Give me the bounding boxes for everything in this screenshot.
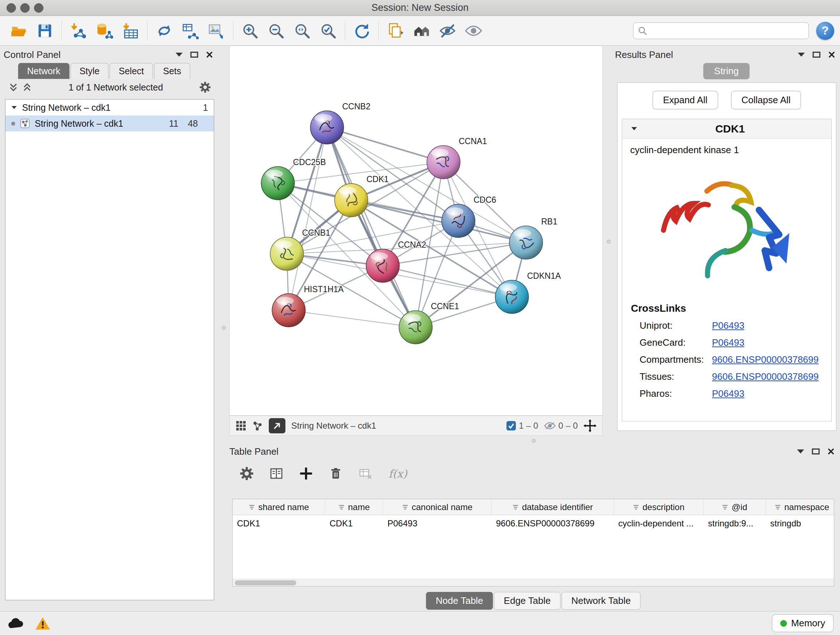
crosslink-link[interactable]: 9606.ENSP00000378699 — [712, 371, 819, 382]
search-input[interactable] — [651, 26, 804, 36]
popout-view-button[interactable] — [269, 418, 286, 433]
zoom-fit-button[interactable] — [289, 19, 315, 43]
column-header[interactable]: canonical name — [383, 499, 492, 515]
float-panel-icon[interactable] — [190, 51, 198, 58]
close-panel-icon[interactable] — [828, 51, 836, 58]
float-panel-icon[interactable] — [813, 51, 821, 58]
zoom-in-button[interactable] — [237, 19, 263, 43]
crosslink-link[interactable]: P06493 — [712, 320, 745, 331]
network-from-selection-button[interactable] — [151, 19, 177, 43]
crosslink-link[interactable]: 9606.ENSP00000378699 — [712, 354, 819, 365]
selected-checkbox-icon[interactable] — [507, 421, 516, 431]
network-table-button[interactable] — [177, 19, 203, 43]
network-view-canvas[interactable]: CCNB2CCNA1CDC25BCDK1CDC6RB1CCNB1CCNA2CDK… — [229, 46, 603, 416]
results-panel-title: Results Panel — [615, 49, 673, 60]
zoom-out-button[interactable] — [263, 19, 289, 43]
hide-details-button[interactable] — [434, 19, 461, 43]
column-header[interactable]: shared name — [233, 499, 325, 515]
network-node-CCNB1[interactable] — [270, 237, 303, 271]
network-arrows-icon — [156, 22, 173, 40]
tab-node-table[interactable]: Node Table — [426, 592, 493, 610]
scrollbar-thumb[interactable] — [235, 580, 296, 585]
network-node-CDC6[interactable] — [442, 204, 475, 238]
panel-menu-caret-icon[interactable] — [175, 51, 183, 58]
collapse-all-button[interactable]: Collapse All — [731, 91, 801, 109]
cloud-icon[interactable] — [6, 617, 25, 630]
tab-style[interactable]: Style — [71, 63, 109, 79]
tree-expander-icon[interactable] — [11, 106, 17, 109]
network-row[interactable]: String Network – cdk1 11 48 — [5, 116, 214, 131]
select-columns-icon[interactable] — [270, 467, 283, 480]
network-node-CDC25B[interactable] — [261, 166, 294, 200]
grid-view-icon[interactable] — [235, 420, 246, 431]
tab-network-table[interactable]: Network Table — [561, 592, 640, 610]
network-overview-icon[interactable] — [252, 420, 263, 431]
refresh-layout-button[interactable] — [349, 19, 375, 43]
column-header[interactable]: name — [325, 499, 383, 515]
delete-column-icon[interactable] — [329, 467, 342, 480]
collapse-all-icon[interactable] — [9, 82, 18, 92]
panel-menu-caret-icon[interactable] — [797, 448, 805, 455]
network-node-CCNE1[interactable] — [399, 310, 432, 344]
expand-all-icon[interactable] — [22, 82, 32, 92]
import-network-file-button[interactable] — [65, 19, 92, 43]
hidden-eye-icon[interactable] — [544, 421, 556, 430]
create-column-icon[interactable] — [300, 467, 313, 480]
table-options-gear-icon[interactable] — [240, 467, 253, 480]
tab-sets[interactable]: Sets — [154, 63, 190, 79]
open-session-button[interactable] — [6, 19, 32, 43]
tab-edge-table[interactable]: Edge Table — [494, 592, 561, 610]
network-tree: String Network – cdk1 1 String Network –… — [5, 99, 214, 600]
network-node-RB1[interactable] — [509, 226, 543, 259]
network-options-gear-icon[interactable] — [200, 82, 210, 93]
import-network-database-button[interactable] — [92, 19, 118, 43]
network-node-CDKN1A[interactable] — [495, 280, 529, 314]
memory-button[interactable]: Memory — [772, 614, 834, 632]
close-window-button[interactable] — [6, 3, 16, 13]
crosslink-link[interactable]: P06493 — [712, 388, 745, 399]
gene-collapse-caret-icon[interactable] — [631, 127, 638, 131]
main-toolbar: ? — [0, 16, 840, 46]
close-panel-icon[interactable] — [827, 448, 835, 455]
panel-menu-caret-icon[interactable] — [797, 51, 805, 58]
column-header[interactable]: description — [614, 499, 704, 515]
show-details-button[interactable] — [461, 19, 486, 43]
tab-select[interactable]: Select — [110, 63, 153, 79]
network-node-CDK1[interactable] — [335, 184, 368, 217]
import-table-button[interactable] — [118, 19, 144, 43]
network-node-HIST1H1A[interactable] — [272, 294, 305, 327]
save-session-button[interactable] — [32, 19, 58, 43]
copy-network-button[interactable] — [382, 19, 409, 43]
right-splitter-handle[interactable] — [607, 240, 611, 244]
network-node-CCNB2[interactable] — [310, 111, 344, 144]
minimize-window-button[interactable] — [20, 3, 30, 13]
table-row[interactable]: CDK1 CDK1 P06493 9606.ENSP00000378699 cy… — [233, 515, 834, 532]
function-builder-button[interactable]: f(x) — [388, 467, 407, 480]
close-panel-icon[interactable] — [205, 51, 213, 58]
zoom-fit-icon — [294, 22, 311, 40]
refresh-icon — [353, 22, 370, 40]
network-node-CCNA1[interactable] — [427, 146, 460, 179]
left-splitter-handle[interactable] — [222, 326, 226, 330]
crosslink-link[interactable]: P06493 — [712, 337, 745, 348]
column-header[interactable]: database identifier — [492, 499, 614, 515]
pan-crosshair-icon[interactable] — [584, 419, 597, 432]
delete-table-icon-disabled[interactable] — [359, 467, 372, 480]
home-views-button[interactable] — [409, 19, 434, 43]
help-button[interactable]: ? — [816, 22, 834, 40]
tab-string[interactable]: String — [703, 63, 750, 79]
table-horizontal-scrollbar[interactable] — [233, 579, 834, 586]
warning-icon[interactable] — [35, 616, 51, 631]
control-panel: Control Panel Network Style Select Sets … — [4, 48, 216, 600]
float-panel-icon[interactable] — [812, 448, 820, 455]
network-node-CCNA2[interactable] — [366, 249, 399, 282]
maximize-window-button[interactable] — [34, 3, 43, 13]
expand-all-button[interactable]: Expand All — [653, 91, 718, 109]
bottom-splitter-handle[interactable] — [532, 439, 536, 443]
network-collection-row[interactable]: String Network – cdk1 1 — [5, 100, 214, 116]
export-image-button[interactable] — [203, 19, 229, 43]
zoom-selected-button[interactable] — [315, 19, 341, 43]
column-header[interactable]: @id — [704, 499, 766, 515]
column-header[interactable]: namespace — [766, 499, 834, 515]
tab-network[interactable]: Network — [18, 63, 69, 79]
